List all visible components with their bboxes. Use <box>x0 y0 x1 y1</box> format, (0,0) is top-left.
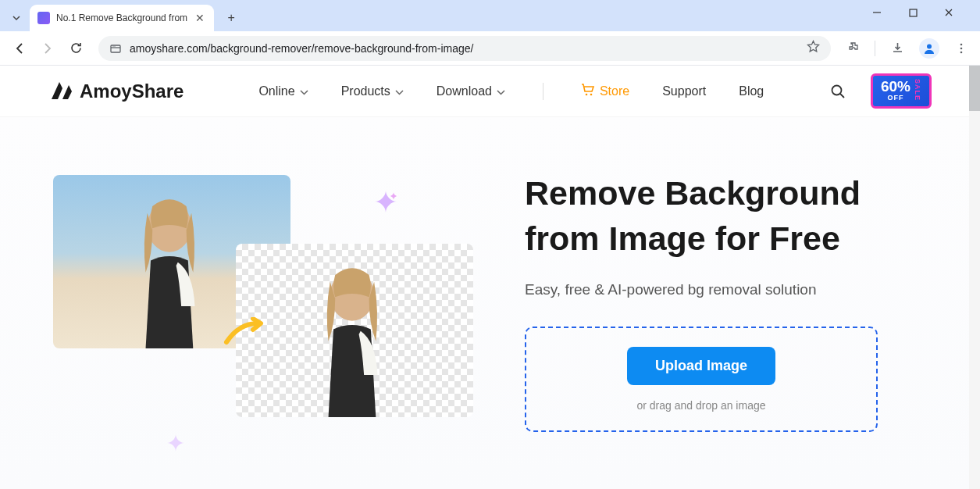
nav-store[interactable]: Store <box>581 84 629 99</box>
nav-support[interactable]: Support <box>662 84 706 98</box>
site-header: AmoyShare Online Products Download Store… <box>0 66 980 117</box>
forward-button[interactable] <box>36 37 59 60</box>
menu-icon[interactable] <box>950 37 972 59</box>
address-bar: amoyshare.com/background-remover/remove-… <box>0 31 980 66</box>
nav-online[interactable]: Online <box>258 84 308 98</box>
nav-download[interactable]: Download <box>437 84 505 98</box>
maximize-button[interactable] <box>902 2 924 23</box>
browser-chrome: No.1 Remove Background from ✕ + <box>0 0 980 66</box>
hero-images <box>48 161 478 458</box>
url-bar[interactable]: amoyshare.com/background-remover/remove-… <box>98 36 831 61</box>
sale-percent: 60% <box>881 79 911 94</box>
browser-tab-active[interactable]: No.1 Remove Background from ✕ <box>30 5 214 31</box>
nav-label: Online <box>258 84 294 98</box>
minimize-button[interactable] <box>866 2 888 23</box>
new-tab-button[interactable]: + <box>220 7 242 29</box>
scrollbar[interactable] <box>969 66 980 489</box>
upload-dropzone[interactable]: Upload Image or drag and drop an image <box>525 327 878 432</box>
nav-blog[interactable]: Blog <box>739 84 764 98</box>
site-info-icon[interactable] <box>109 42 122 55</box>
svg-rect-2 <box>111 45 120 52</box>
toolbar-icons <box>842 37 972 59</box>
svg-point-11 <box>590 93 593 95</box>
svg-point-5 <box>115 46 116 47</box>
downloads-icon[interactable] <box>886 37 908 59</box>
tabs-dropdown-button[interactable] <box>6 8 27 28</box>
page-content: AmoyShare Online Products Download Store… <box>0 66 980 489</box>
nav-label: Products <box>341 84 390 98</box>
sparkle-icon <box>167 434 184 452</box>
nav-divider <box>543 83 543 100</box>
svg-point-12 <box>832 85 841 95</box>
toolbar-divider <box>875 41 875 56</box>
svg-line-13 <box>840 94 844 98</box>
scrollbar-thumb[interactable] <box>969 66 980 111</box>
hero-right: Remove Background from Image for Free Ea… <box>525 161 932 458</box>
tab-title: No.1 Remove Background from <box>56 12 187 23</box>
url-text: amoyshare.com/background-remover/remove-… <box>130 42 799 55</box>
arrow-icon <box>223 317 267 348</box>
search-icon[interactable] <box>830 84 846 99</box>
header-right: 60% OFF SALE <box>830 73 932 109</box>
nav-menu: Online Products Download Store Support B… <box>258 83 764 100</box>
nav-label: Blog <box>739 84 764 98</box>
close-window-button[interactable] <box>938 2 960 23</box>
svg-point-7 <box>960 43 963 45</box>
chevron-down-icon <box>497 84 505 98</box>
hero-subtitle: Easy, free & AI-powered bg removal solut… <box>525 281 932 298</box>
nav-label: Download <box>437 84 492 98</box>
store-label: Store <box>600 84 629 98</box>
svg-point-4 <box>113 46 114 47</box>
sparkle-icon <box>373 189 398 214</box>
tab-bar: No.1 Remove Background from ✕ + <box>0 0 980 31</box>
removed-bg-image <box>236 244 473 417</box>
svg-point-8 <box>960 47 963 49</box>
svg-point-10 <box>586 93 588 95</box>
reload-button[interactable] <box>64 37 87 60</box>
nav-products[interactable]: Products <box>341 84 404 98</box>
profile-icon[interactable] <box>919 38 939 59</box>
tab-favicon-icon <box>37 12 50 24</box>
back-button[interactable] <box>8 37 31 60</box>
logo[interactable]: AmoyShare <box>48 80 184 102</box>
cart-icon <box>581 84 595 99</box>
sale-badge[interactable]: 60% OFF SALE <box>871 73 932 109</box>
hero-section: Remove Background from Image for Free Ea… <box>0 117 980 489</box>
upload-image-button[interactable]: Upload Image <box>627 347 775 385</box>
logo-icon <box>48 80 73 102</box>
chevron-down-icon <box>300 84 308 98</box>
svg-rect-1 <box>910 9 917 16</box>
nav-label: Support <box>662 84 706 98</box>
sale-side-text: SALE <box>914 79 921 101</box>
upload-hint: or drag and drop an image <box>545 399 857 412</box>
tab-close-button[interactable]: ✕ <box>194 12 206 24</box>
sale-off: OFF <box>881 94 911 102</box>
extensions-icon[interactable] <box>842 37 864 59</box>
chevron-down-icon <box>395 84 404 98</box>
bookmark-star-icon[interactable] <box>807 40 820 56</box>
logo-text: AmoyShare <box>80 80 184 102</box>
svg-point-9 <box>960 51 963 53</box>
hero-title: Remove Background from Image for Free <box>525 170 932 261</box>
window-controls <box>866 2 974 23</box>
svg-point-6 <box>927 44 932 48</box>
